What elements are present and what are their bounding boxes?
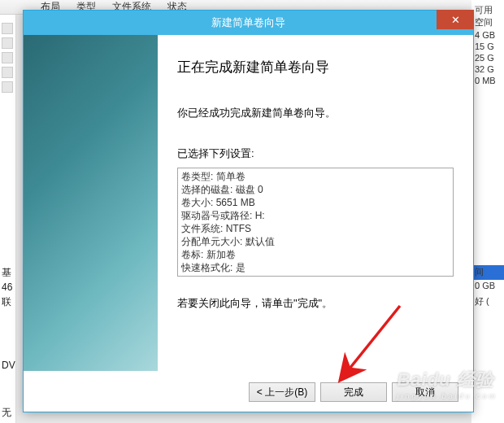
msg-success: 你已经成功完成新建简单卷向导。 <box>177 106 454 120</box>
list-item[interactable]: 快速格式化: 是 <box>181 261 450 274</box>
list-item[interactable]: 卷大小: 5651 MB <box>181 196 450 209</box>
wizard-side-image <box>24 35 158 371</box>
summary-listbox[interactable]: 卷类型: 简单卷 选择的磁盘: 磁盘 0 卷大小: 5651 MB 驱动器号或路… <box>177 168 454 277</box>
titlebar[interactable]: 新建简单卷向导 ✕ <box>24 11 473 35</box>
list-item[interactable]: 驱动器号或路径: H: <box>181 209 450 222</box>
back-button[interactable]: < 上一步(B) <box>249 382 315 402</box>
dialog-title: 新建简单卷向导 <box>24 15 473 30</box>
wizard-heading: 正在完成新建简单卷向导 <box>177 58 454 76</box>
msg-close-hint: 若要关闭此向导，请单击"完成"。 <box>177 296 454 311</box>
wizard-dialog: 新建简单卷向导 ✕ 正在完成新建简单卷向导 你已经成功完成新建简单卷向导。 已选… <box>23 10 474 412</box>
list-item[interactable]: 卷类型: 简单卷 <box>181 170 450 183</box>
msg-selected-label: 已选择下列设置: <box>177 146 454 161</box>
list-item[interactable]: 文件系统: NTFS <box>181 222 450 235</box>
wizard-content: 正在完成新建简单卷向导 你已经成功完成新建简单卷向导。 已选择下列设置: 卷类型… <box>158 35 473 371</box>
list-item[interactable]: 卷标: 新加卷 <box>181 248 450 261</box>
bg-side-labels: 基 46 联 DV 无 <box>2 265 15 420</box>
wizard-button-row: < 上一步(B) 完成 取消 <box>249 382 458 402</box>
cancel-button[interactable]: 取消 <box>392 382 458 402</box>
list-item[interactable]: 选择的磁盘: 磁盘 0 <box>181 183 450 196</box>
finish-button[interactable]: 完成 <box>320 382 387 402</box>
close-button[interactable]: ✕ <box>437 10 474 29</box>
list-item[interactable]: 分配单元大小: 默认值 <box>181 235 450 248</box>
close-icon: ✕ <box>451 14 460 26</box>
bg-right-strip: 可用空间 4 GB 15 G 25 G 32 G 0 MB 间 0 GB 好 ( <box>471 0 504 423</box>
